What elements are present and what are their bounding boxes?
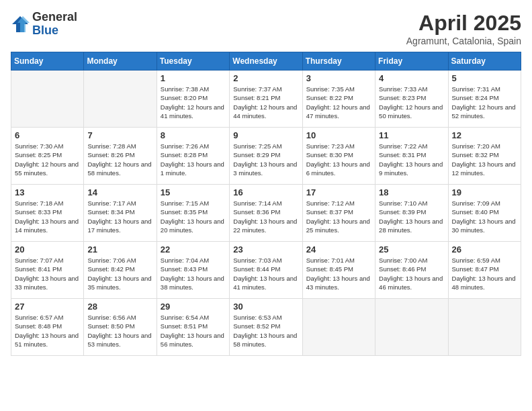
day-number: 17 (306, 187, 371, 197)
day-number: 29 (161, 302, 226, 312)
week-row-1: 1Sunrise: 7:38 AMSunset: 8:20 PMDaylight… (11, 71, 521, 128)
logo: General Blue (11, 11, 77, 38)
day-number: 1 (161, 73, 226, 83)
weekday-header-friday: Friday (375, 52, 448, 71)
day-cell: 21Sunrise: 7:06 AMSunset: 8:42 PMDayligh… (84, 242, 157, 299)
day-cell: 26Sunrise: 6:59 AMSunset: 8:47 PMDayligh… (448, 242, 521, 299)
day-cell: 8Sunrise: 7:26 AMSunset: 8:28 PMDaylight… (157, 128, 229, 185)
weekday-header-sunday: Sunday (11, 52, 84, 71)
logo-blue: Blue (32, 24, 77, 38)
day-info: Sunrise: 7:20 AMSunset: 8:32 PMDaylight:… (452, 142, 517, 177)
day-cell: 30Sunrise: 6:53 AMSunset: 8:52 PMDayligh… (230, 299, 302, 356)
day-info: Sunrise: 7:18 AMSunset: 8:33 PMDaylight:… (15, 199, 80, 234)
day-number: 16 (233, 187, 298, 197)
day-info: Sunrise: 7:15 AMSunset: 8:35 PMDaylight:… (161, 199, 226, 234)
day-cell: 10Sunrise: 7:23 AMSunset: 8:30 PMDayligh… (302, 128, 375, 185)
day-number: 25 (379, 244, 444, 255)
day-info: Sunrise: 7:09 AMSunset: 8:40 PMDaylight:… (452, 199, 517, 234)
day-info: Sunrise: 7:22 AMSunset: 8:31 PMDaylight:… (379, 142, 444, 177)
day-info: Sunrise: 7:14 AMSunset: 8:36 PMDaylight:… (233, 199, 298, 234)
day-info: Sunrise: 6:53 AMSunset: 8:52 PMDaylight:… (233, 313, 298, 349)
day-cell (84, 71, 157, 128)
day-info: Sunrise: 7:17 AMSunset: 8:34 PMDaylight:… (87, 199, 152, 234)
day-cell: 24Sunrise: 7:01 AMSunset: 8:45 PMDayligh… (302, 242, 375, 299)
day-number: 30 (233, 302, 298, 312)
day-info: Sunrise: 7:23 AMSunset: 8:30 PMDaylight:… (306, 142, 371, 177)
day-number: 4 (379, 73, 444, 83)
day-cell: 19Sunrise: 7:09 AMSunset: 8:40 PMDayligh… (448, 185, 521, 242)
day-number: 19 (452, 187, 517, 197)
day-cell: 7Sunrise: 7:28 AMSunset: 8:26 PMDaylight… (84, 128, 157, 185)
day-number: 3 (306, 73, 371, 83)
day-cell: 20Sunrise: 7:07 AMSunset: 8:41 PMDayligh… (11, 242, 84, 299)
day-info: Sunrise: 7:03 AMSunset: 8:44 PMDaylight:… (233, 256, 298, 291)
day-cell: 6Sunrise: 7:30 AMSunset: 8:25 PMDaylight… (11, 128, 84, 185)
week-row-3: 13Sunrise: 7:18 AMSunset: 8:33 PMDayligh… (11, 185, 521, 242)
day-cell: 1Sunrise: 7:38 AMSunset: 8:20 PMDaylight… (157, 71, 229, 128)
day-number: 27 (15, 302, 80, 312)
day-cell: 23Sunrise: 7:03 AMSunset: 8:44 PMDayligh… (230, 242, 302, 299)
logo-icon (11, 15, 30, 34)
week-row-2: 6Sunrise: 7:30 AMSunset: 8:25 PMDaylight… (11, 128, 521, 185)
day-info: Sunrise: 7:26 AMSunset: 8:28 PMDaylight:… (161, 142, 226, 177)
day-cell: 3Sunrise: 7:35 AMSunset: 8:22 PMDaylight… (302, 71, 375, 128)
day-number: 15 (161, 187, 226, 197)
day-info: Sunrise: 6:59 AMSunset: 8:47 PMDaylight:… (452, 256, 517, 291)
day-info: Sunrise: 7:30 AMSunset: 8:25 PMDaylight:… (15, 142, 80, 177)
day-cell (11, 71, 84, 128)
day-info: Sunrise: 6:54 AMSunset: 8:51 PMDaylight:… (161, 313, 226, 349)
day-number: 8 (161, 130, 226, 140)
week-row-4: 20Sunrise: 7:07 AMSunset: 8:41 PMDayligh… (11, 242, 521, 299)
day-number: 26 (452, 244, 517, 255)
day-info: Sunrise: 7:12 AMSunset: 8:37 PMDaylight:… (306, 199, 371, 234)
day-cell: 25Sunrise: 7:00 AMSunset: 8:46 PMDayligh… (375, 242, 448, 299)
weekday-header-saturday: Saturday (448, 52, 521, 71)
day-cell: 16Sunrise: 7:14 AMSunset: 8:36 PMDayligh… (230, 185, 302, 242)
day-info: Sunrise: 7:10 AMSunset: 8:39 PMDaylight:… (379, 199, 444, 234)
day-cell: 12Sunrise: 7:20 AMSunset: 8:32 PMDayligh… (448, 128, 521, 185)
day-number: 6 (15, 130, 80, 140)
day-info: Sunrise: 7:01 AMSunset: 8:45 PMDaylight:… (306, 256, 371, 291)
day-number: 9 (233, 130, 298, 140)
title-block: April 2025 Agramunt, Catalonia, Spain (406, 11, 521, 46)
day-number: 7 (87, 130, 152, 140)
day-number: 21 (87, 244, 152, 255)
day-info: Sunrise: 6:56 AMSunset: 8:50 PMDaylight:… (87, 313, 152, 349)
day-info: Sunrise: 7:25 AMSunset: 8:29 PMDaylight:… (233, 142, 298, 177)
day-cell: 29Sunrise: 6:54 AMSunset: 8:51 PMDayligh… (157, 299, 229, 356)
day-cell: 27Sunrise: 6:57 AMSunset: 8:48 PMDayligh… (11, 299, 84, 356)
day-number: 14 (87, 187, 152, 197)
day-number: 22 (161, 244, 226, 255)
day-cell: 14Sunrise: 7:17 AMSunset: 8:34 PMDayligh… (84, 185, 157, 242)
day-info: Sunrise: 7:07 AMSunset: 8:41 PMDaylight:… (15, 256, 80, 291)
day-cell: 9Sunrise: 7:25 AMSunset: 8:29 PMDaylight… (230, 128, 302, 185)
day-info: Sunrise: 7:28 AMSunset: 8:26 PMDaylight:… (87, 142, 152, 177)
page-header: General Blue April 2025 Agramunt, Catalo… (11, 11, 521, 46)
day-info: Sunrise: 7:00 AMSunset: 8:46 PMDaylight:… (379, 256, 444, 291)
day-number: 20 (15, 244, 80, 255)
day-number: 24 (306, 244, 371, 255)
day-info: Sunrise: 7:35 AMSunset: 8:22 PMDaylight:… (306, 85, 371, 120)
day-info: Sunrise: 6:57 AMSunset: 8:48 PMDaylight:… (15, 313, 80, 349)
weekday-header-monday: Monday (84, 52, 157, 71)
day-cell: 11Sunrise: 7:22 AMSunset: 8:31 PMDayligh… (375, 128, 448, 185)
day-number: 10 (306, 130, 371, 140)
weekday-header-wednesday: Wednesday (230, 52, 302, 71)
day-cell: 4Sunrise: 7:33 AMSunset: 8:23 PMDaylight… (375, 71, 448, 128)
day-number: 28 (87, 302, 152, 312)
calendar-table: SundayMondayTuesdayWednesdayThursdayFrid… (11, 52, 521, 356)
day-number: 2 (233, 73, 298, 83)
location-title: Agramunt, Catalonia, Spain (406, 36, 521, 46)
month-title: April 2025 (406, 11, 521, 36)
day-number: 5 (452, 73, 517, 83)
day-number: 11 (379, 130, 444, 140)
day-cell: 13Sunrise: 7:18 AMSunset: 8:33 PMDayligh… (11, 185, 84, 242)
day-info: Sunrise: 7:31 AMSunset: 8:24 PMDaylight:… (452, 85, 517, 120)
day-cell: 28Sunrise: 6:56 AMSunset: 8:50 PMDayligh… (84, 299, 157, 356)
day-number: 13 (15, 187, 80, 197)
day-number: 23 (233, 244, 298, 255)
day-cell: 5Sunrise: 7:31 AMSunset: 8:24 PMDaylight… (448, 71, 521, 128)
weekday-header-thursday: Thursday (302, 52, 375, 71)
day-cell (448, 299, 521, 356)
day-cell: 18Sunrise: 7:10 AMSunset: 8:39 PMDayligh… (375, 185, 448, 242)
